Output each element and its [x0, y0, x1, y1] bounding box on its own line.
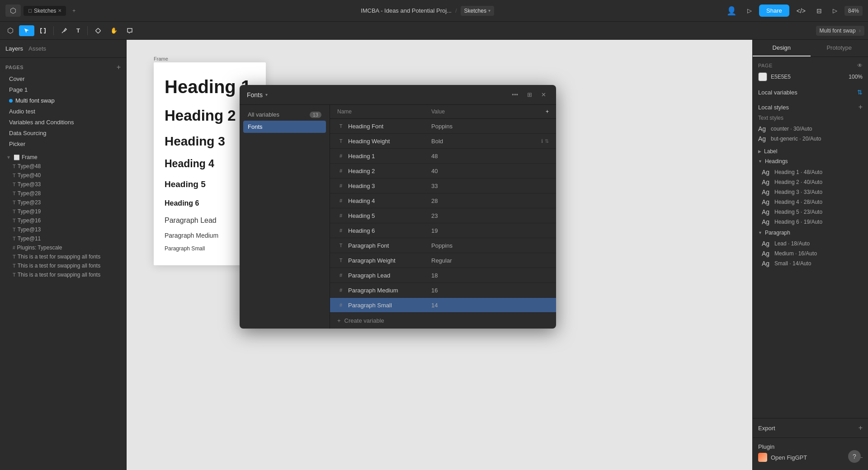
page-audiotest[interactable]: Audio test — [2, 106, 124, 117]
type-icon: T — [13, 272, 16, 277]
layer-type19[interactable]: TType@19 — [5, 207, 126, 216]
row-paragraph-font[interactable]: T Paragraph Font Poppins — [330, 238, 556, 253]
share-button[interactable]: Share — [759, 5, 789, 17]
select-tool[interactable]: ⬡ — [4, 24, 17, 38]
row-paragraph-weight[interactable]: T Paragraph Weight Regular — [330, 253, 556, 268]
pages-add-button[interactable]: + — [117, 63, 121, 71]
layer-text1[interactable]: TThis is a test for swapping all fonts — [5, 252, 126, 261]
row-heading1[interactable]: # Heading 1 48 — [330, 149, 556, 164]
zoom-control[interactable]: 84% — [844, 6, 863, 16]
col-name-header: Name — [337, 108, 431, 115]
local-styles-add-button[interactable]: + — [859, 103, 863, 111]
move-tool[interactable] — [19, 25, 34, 36]
page-cover[interactable]: Cover — [2, 74, 124, 84]
tab-design[interactable]: Design — [753, 40, 811, 56]
page-picker[interactable]: Picker — [2, 139, 124, 149]
separator-2 — [87, 26, 88, 35]
current-tab[interactable]: ◻ Sketches ✕ — [24, 6, 66, 16]
home-tab[interactable]: ⬡ — [5, 5, 21, 17]
row-heading-font[interactable]: T Heading Font Poppins — [330, 119, 556, 134]
canvas[interactable]: Frame Heading 1 Heading 2 Heading 3 Head… — [127, 40, 752, 470]
comment-tool[interactable] — [123, 25, 137, 37]
avatar-group[interactable]: 👤 — [723, 4, 740, 18]
style-heading3[interactable]: Ag Heading 3 · 33/Auto — [762, 187, 863, 197]
right-panel-tabs: Design Prototype — [753, 40, 868, 57]
layer-type16[interactable]: TType@16 — [5, 216, 126, 225]
row-heading5[interactable]: # Heading 5 23 — [330, 208, 556, 223]
page-color-swatch[interactable] — [758, 72, 767, 81]
row-heading2[interactable]: # Heading 2 40 — [330, 164, 556, 179]
paragraph-group-header[interactable]: ▼ Paragraph — [758, 229, 863, 237]
page-data-sourcing[interactable]: Data Sourcing — [2, 128, 124, 138]
component-tool[interactable] — [91, 25, 105, 37]
tab-close-icon[interactable]: ✕ — [58, 8, 61, 13]
style-heading2[interactable]: Ag Heading 2 · 40/Auto — [762, 177, 863, 187]
style-small[interactable]: Ag Small · 14/Auto — [762, 258, 863, 268]
present-icon[interactable]: ▷ — [744, 5, 755, 16]
modal-more-button[interactable]: ••• — [509, 89, 521, 100]
layer-type48[interactable]: TType@48 — [5, 162, 126, 171]
pages-header: Pages + — [0, 61, 126, 73]
text-tool[interactable]: T — [73, 24, 84, 37]
row-icons-heading-weight: ℹ ⇅ — [522, 138, 549, 144]
style-lead[interactable]: Ag Lead · 18/Auto — [762, 239, 863, 249]
panels-icon[interactable]: ⊟ — [813, 5, 826, 16]
layer-text3[interactable]: TThis is a test for swapping all fonts — [5, 270, 126, 279]
label-group-header[interactable]: ▶ Label — [758, 147, 863, 155]
plugin-item-row[interactable]: Open FigGPT — — [758, 450, 863, 465]
frame-group-header[interactable]: ▾ ⬜ Frame — [0, 153, 126, 162]
sliders-icon[interactable]: ⇅ — [545, 138, 549, 144]
row-heading6[interactable]: # Heading 6 19 — [330, 223, 556, 238]
local-variables-icon[interactable]: ⇅ — [857, 89, 863, 96]
modal-grid-button[interactable]: ⊞ — [524, 89, 535, 100]
layer-text2[interactable]: TThis is a test for swapping all fonts — [5, 261, 126, 270]
page-variables-conditions[interactable]: Variables and Conditions — [2, 117, 124, 127]
project-button[interactable]: Sketches ▾ — [461, 6, 494, 16]
fonts-item[interactable]: Fonts — [243, 121, 326, 133]
layer-type11[interactable]: TType@11 — [5, 234, 126, 243]
row-paragraph-lead[interactable]: # Paragraph Lead 18 — [330, 268, 556, 283]
layers-tab[interactable]: Layers — [5, 43, 23, 54]
all-variables-item[interactable]: All variables 13 — [243, 108, 326, 121]
play-icon[interactable]: ▷ — [829, 5, 841, 16]
pen-tool[interactable] — [57, 25, 71, 37]
layer-breadcrumb: Multi font swap › — [816, 26, 864, 36]
style-heading6[interactable]: Ag Heading 6 · 19/Auto — [762, 217, 863, 227]
hand-tool[interactable]: ✋ — [107, 24, 121, 37]
style-but-generic[interactable]: Ag but-generic · 20/Auto — [758, 134, 863, 144]
type-icon-heading-font: T — [337, 122, 344, 130]
style-counter[interactable]: Ag counter · 30/Auto — [758, 124, 863, 134]
row-paragraph-small[interactable]: # Paragraph Small 14 — [330, 298, 556, 313]
code-icon[interactable]: </> — [793, 5, 809, 16]
page-page1[interactable]: Page 1 — [2, 85, 124, 95]
export-add-button[interactable]: + — [859, 424, 863, 432]
layer-type23[interactable]: TType@23 — [5, 198, 126, 207]
layer-type33[interactable]: TType@33 — [5, 180, 126, 189]
layer-type13[interactable]: TType@13 — [5, 225, 126, 234]
page-multifontswap[interactable]: Multi font swap — [2, 95, 124, 106]
page-eye-button[interactable]: 👁 — [857, 62, 863, 69]
row-heading-weight[interactable]: T Heading Weight Bold ℹ ⇅ — [330, 134, 556, 149]
add-variable-icon[interactable]: + — [546, 108, 549, 115]
layer-plugins-typescale[interactable]: #Plugins: Typescale — [5, 243, 126, 252]
frame-tool[interactable] — [36, 25, 50, 37]
layer-type28[interactable]: TType@28 — [5, 189, 126, 198]
row-heading4[interactable]: # Heading 4 28 — [330, 193, 556, 208]
row-heading3[interactable]: # Heading 3 33 — [330, 179, 556, 193]
row-paragraph-medium[interactable]: # Paragraph Medium 16 — [330, 283, 556, 298]
assets-tab[interactable]: Assets — [28, 43, 46, 54]
layer-type40[interactable]: TType@40 — [5, 171, 126, 180]
style-heading5[interactable]: Ag Heading 5 · 23/Auto — [762, 207, 863, 217]
modal-close-button[interactable]: ✕ — [538, 89, 549, 100]
info-icon[interactable]: ℹ — [541, 138, 543, 144]
style-heading4[interactable]: Ag Heading 4 · 28/Auto — [762, 197, 863, 207]
modal-dropdown-icon[interactable]: ▾ — [265, 92, 268, 97]
headings-group-header[interactable]: ▼ Headings — [758, 157, 863, 165]
style-medium[interactable]: Ag Medium · 16/Auto — [762, 249, 863, 258]
hash-icon: # — [13, 245, 15, 250]
style-heading1[interactable]: Ag Heading 1 · 48/Auto — [762, 167, 863, 177]
create-variable-row[interactable]: + Create variable — [330, 313, 556, 329]
help-button[interactable]: ? — [848, 450, 861, 463]
tab-add-icon[interactable]: + — [69, 6, 79, 16]
tab-prototype[interactable]: Prototype — [811, 40, 868, 56]
